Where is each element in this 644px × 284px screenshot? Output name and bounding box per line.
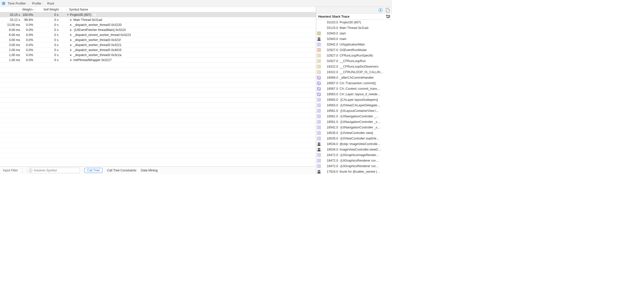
- data-mining-button[interactable]: Data Mining: [141, 169, 158, 172]
- settings-icon[interactable]: [386, 15, 390, 18]
- table-row[interactable]: 6.00 ms0.0%0 s▶_dispatch_kevent_worker_t…: [0, 32, 316, 37]
- frame-clock-icon: [317, 87, 321, 91]
- frame-weight: 33115.0: [323, 26, 338, 30]
- extended-detail-icon[interactable]: E: [379, 8, 383, 12]
- disclosure-closed-icon[interactable]: ▶: [70, 43, 73, 46]
- page-icon[interactable]: [386, 8, 390, 12]
- call-tree-button[interactable]: Call Tree: [84, 168, 102, 173]
- symbol-name: Project30 (807): [70, 13, 91, 17]
- table-row[interactable]: 33.15 s100.0%0 s▼Project30 (807)➜: [0, 12, 316, 17]
- stack-trace-row[interactable]: 32943.0main: [316, 36, 392, 42]
- frame-mug-purple-icon: [317, 153, 321, 157]
- table-row[interactable]: 13.00 ms0.0%0 s▶_dispatch_worker_thread3…: [0, 22, 316, 27]
- weight-time: 6.00 ms: [0, 33, 21, 37]
- breadcrumb-item[interactable]: Profile: [31, 2, 42, 5]
- stack-trace-row[interactable]: 18561.0-[UILayoutContainerView l…: [316, 108, 392, 114]
- stack-trace-row[interactable]: 32927.0GSEventRunModal: [316, 47, 392, 53]
- weight-time: 3.00 ms: [0, 43, 21, 47]
- stack-trace-row[interactable]: 18563.0-[UIView(CALayerDelegate…: [316, 103, 392, 108]
- symbol-name: Main Thread 0x31ad: [73, 18, 102, 22]
- stack-trace-row[interactable]: 18563.0CA::Layer::layout_if_neede…: [316, 91, 392, 97]
- disclosure-closed-icon[interactable]: ▶: [70, 49, 73, 51]
- weight-time: 2.00 ms: [0, 48, 21, 52]
- disclosure-closed-icon[interactable]: ▶: [70, 23, 73, 26]
- stack-trace-row[interactable]: 17624.0thunk for @callee_owned (…: [316, 169, 392, 174]
- column-self-weight[interactable]: Self Weight: [35, 7, 62, 12]
- column-weight[interactable]: Weight▾: [0, 7, 35, 12]
- stack-trace-row[interactable]: 18561.0-[UINavigationController _…: [316, 114, 392, 119]
- stack-trace-row[interactable]: 18569.0_afterCACommitHandler: [316, 75, 392, 80]
- column-headers: Weight▾ Self Weight Symbol Name: [0, 7, 316, 12]
- symbol-cell: ▶_dispatch_worker_thread3 0x3c2a: [67, 53, 316, 57]
- column-symbol-name[interactable]: Symbol Name: [67, 7, 316, 12]
- stack-trace-row[interactable]: 18535.0-[UIViewController loadVie…: [316, 136, 392, 141]
- table-row[interactable]: 3.00 ms0.0%0 s▶_dispatch_worker_thread3 …: [0, 42, 316, 48]
- stack-trace-row[interactable]: 18567.0CA::Context::commit_trans…: [316, 86, 392, 91]
- weight-percent: 0.0%: [21, 23, 35, 27]
- breadcrumb-item[interactable]: Root: [47, 2, 55, 5]
- stack-trace-row[interactable]: 18561.0-[UINavigationController _s…: [316, 119, 392, 125]
- self-weight: 0 s: [35, 23, 62, 27]
- stack-trace-row[interactable]: 32927.0__CFRunLoopRun: [316, 58, 392, 64]
- stack-trace-row[interactable]: 18472.0-[UIGraphicsImageRender…: [316, 152, 392, 158]
- table-row[interactable]: 1.00 ms0.0%0 s▶InitPthreadWrapper 0x3227: [0, 58, 316, 63]
- frame-weight: 32942.0: [323, 43, 338, 46]
- frame-person-icon: [317, 170, 321, 174]
- stack-trace-row[interactable]: 18534.0ImageViewController.viewD…: [316, 147, 392, 152]
- stack-trace-row[interactable]: 33153.0Project30 (807): [316, 20, 392, 25]
- disclosure-closed-icon[interactable]: ▶: [70, 54, 73, 56]
- weight-time: 33.15 s: [0, 13, 21, 17]
- symbol-name: _dispatch_worker_thread3 0x3220: [73, 23, 122, 27]
- input-filter-label: Input Filter: [3, 169, 18, 172]
- stack-trace-row[interactable]: 18472.0-[UIGraphicsRenderer run…: [316, 163, 392, 169]
- frame-mug-tan-icon: [317, 59, 321, 63]
- stack-trace-row[interactable]: 19322.0__CFRunLoopDoObservers: [316, 64, 392, 69]
- frame-weight: 18542.0: [323, 126, 338, 129]
- stack-trace-rows[interactable]: 33153.0Project30 (807)33115.0Main Thread…: [316, 20, 392, 174]
- frame-weight: 32943.0: [323, 37, 338, 41]
- weight-percent: 0.0%: [21, 53, 35, 57]
- frame-person-icon: [317, 37, 321, 41]
- disclosure-closed-icon[interactable]: ▶: [70, 18, 73, 21]
- frame-weight: 33153.0: [323, 21, 338, 24]
- stack-trace-row[interactable]: 18542.0-[UINavigationController _s…: [316, 125, 392, 130]
- stack-trace-row[interactable]: 32942.0UIApplicationMain: [316, 42, 392, 47]
- weight-percent: 0.0%: [21, 28, 35, 32]
- table-row[interactable]: 33.12 s99.8%0 s▶Main Thread 0x31ad: [0, 17, 316, 22]
- disclosure-closed-icon[interactable]: ▶: [70, 33, 73, 36]
- frame-weight: 32943.0: [323, 32, 338, 35]
- frame-mug-purple-icon: [317, 109, 321, 113]
- involves-symbol-field[interactable]: ✶: [27, 168, 80, 173]
- stack-trace-row[interactable]: 32927.0CFRunLoopRunSpecific: [316, 53, 392, 58]
- stack-trace-row[interactable]: 18472.0-[UIGraphicsRenderer run…: [316, 158, 392, 163]
- stack-trace-row[interactable]: 33115.0Main Thread 0x31ad: [316, 25, 392, 31]
- involves-symbol-input[interactable]: [34, 169, 78, 172]
- table-row[interactable]: 9.00 ms0.0%0 s▶-[UIEventFetcher threadMa…: [0, 27, 316, 32]
- stack-trace-row[interactable]: 19322.0__CFRUNLOOP_IS_CALLIN…: [316, 69, 392, 75]
- table-row[interactable]: 2.00 ms0.0%0 s▶_dispatch_worker_thread3 …: [0, 48, 316, 53]
- table-row[interactable]: 1.00 ms0.0%0 s▶_dispatch_worker_thread3 …: [0, 53, 316, 58]
- call-tree-rows[interactable]: 33.15 s100.0%0 s▼Project30 (807)➜33.12 s…: [0, 12, 316, 166]
- frame-weight: 17624.0: [323, 170, 338, 173]
- disclosure-closed-icon[interactable]: ▶: [70, 28, 73, 31]
- table-row[interactable]: 3.00 ms0.0%0 s▶_dispatch_worker_thread3 …: [0, 37, 316, 42]
- frame-mug-purple-icon: [317, 98, 321, 102]
- stack-trace-row[interactable]: 18535.0-[UIViewController view]: [316, 130, 392, 136]
- call-tree-constraints-button[interactable]: Call Tree Constraints: [107, 169, 136, 172]
- breadcrumb-item[interactable]: Time Profiler: [7, 2, 26, 5]
- disclosure-closed-icon[interactable]: ▶: [70, 59, 73, 61]
- frame-name: -[UINavigationController _…: [340, 115, 391, 118]
- disclosure-open-icon[interactable]: ▼: [67, 13, 69, 16]
- disclosure-closed-icon[interactable]: ▶: [70, 38, 73, 41]
- weight-time: 13.00 ms: [0, 23, 21, 27]
- stack-trace-row[interactable]: 32943.0start: [316, 31, 392, 36]
- weight-percent: 100.0%: [21, 13, 35, 17]
- stack-trace-row[interactable]: 18567.0CA::Transaction::commit(): [316, 80, 392, 86]
- frame-person-icon: [317, 142, 321, 146]
- stack-trace-row[interactable]: 18534.0@objc ImageViewControlle…: [316, 141, 392, 147]
- frame-name: thunk for @callee_owned (…: [340, 170, 391, 173]
- frame-name: -[UINavigationController _s…: [340, 120, 391, 124]
- stack-trace-row[interactable]: 18563.0-[CALayer layoutSublayers]: [316, 97, 392, 103]
- focus-arrow-icon[interactable]: ➜: [93, 13, 96, 17]
- symbol-cell: ▶_dispatch_worker_thread3 0x321f: [67, 38, 316, 42]
